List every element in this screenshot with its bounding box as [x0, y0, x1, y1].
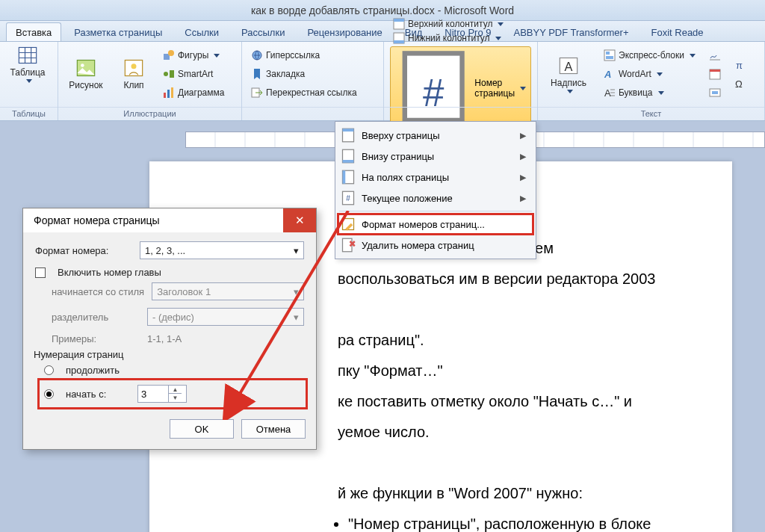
format-select[interactable]: 1, 2, 3, ... ▾: [140, 241, 304, 259]
svg-rect-24: [606, 56, 613, 59]
symbol-button[interactable]: Ω: [731, 75, 749, 92]
cancel-button[interactable]: Отмена: [241, 419, 306, 439]
menu-format[interactable]: Формат номеров страниц...: [338, 214, 533, 235]
object-icon: [709, 87, 721, 99]
tab-mail[interactable]: Рассылки: [232, 22, 294, 41]
page-number-menu: Вверху страницы▶ Внизу страницы▶ На поля…: [335, 121, 536, 259]
menu-current[interactable]: # Текущее положение▶: [338, 188, 533, 208]
menu-bottom[interactable]: Внизу страницы▶: [338, 146, 533, 167]
crossref-button[interactable]: Перекрестная ссылка: [248, 84, 377, 101]
object-button[interactable]: [706, 84, 724, 101]
menu-remove[interactable]: Удалить номера страниц: [338, 235, 533, 256]
page-number-format-dialog: Формат номера страницы ✕ Формат номера: …: [22, 208, 317, 450]
chapter-style-select: Заголовок 1▾: [152, 282, 304, 300]
chart-icon: [163, 87, 175, 99]
hyperlink-button[interactable]: Гиперссылка: [248, 47, 377, 64]
shapes-button[interactable]: Фигуры: [160, 47, 227, 64]
title-bar: как в ворде добавлять страницы.docx - Mi…: [0, 0, 765, 21]
tab-layout[interactable]: Разметка страницы: [64, 22, 172, 41]
ribbon: Таблица Таблицы Рисунок Клип: [0, 42, 765, 121]
include-chapter-checkbox[interactable]: [35, 267, 46, 278]
tab-review[interactable]: Рецензирование: [297, 22, 391, 41]
close-icon: ✕: [295, 214, 305, 227]
table-button[interactable]: Таблица: [6, 45, 49, 83]
svg-point-7: [164, 72, 168, 76]
wordart-button[interactable]: A WordArt: [601, 66, 699, 82]
svg-text:Ω: Ω: [735, 78, 743, 90]
spin-up[interactable]: ▲: [169, 386, 182, 394]
signature-button[interactable]: [706, 47, 724, 64]
chart-button[interactable]: Диаграмма: [160, 84, 227, 101]
footer-icon: [393, 32, 405, 44]
continue-radio[interactable]: [44, 365, 54, 375]
equation-button[interactable]: π: [731, 57, 749, 73]
format-icon: [341, 217, 356, 232]
chevron-down-icon: ▾: [294, 245, 299, 256]
svg-rect-17: [394, 40, 404, 43]
clip-button[interactable]: Клип: [112, 45, 155, 103]
signature-icon: [709, 49, 721, 61]
svg-rect-15: [394, 19, 404, 22]
quickparts-button[interactable]: Экспресс-блоки: [601, 47, 699, 64]
svg-point-4: [131, 64, 137, 69]
ok-button[interactable]: OK: [170, 419, 234, 439]
textbox-button[interactable]: A Надпись: [544, 45, 593, 103]
dropcap-icon: A: [604, 87, 616, 99]
textbox-icon: A: [558, 55, 579, 76]
svg-rect-8: [170, 70, 174, 78]
svg-rect-10: [167, 90, 170, 98]
start-at-radio[interactable]: [44, 389, 54, 399]
omega-icon: Ω: [734, 78, 746, 90]
footer-button[interactable]: Нижний колонтитул: [390, 32, 531, 44]
datetime-button[interactable]: [706, 66, 724, 82]
svg-text:A: A: [565, 60, 573, 73]
tab-insert[interactable]: Вставка: [6, 22, 61, 41]
svg-rect-23: [606, 52, 610, 55]
dialog-title-bar[interactable]: Формат номера страницы ✕: [23, 208, 316, 232]
separator-label: разделитель: [52, 312, 140, 323]
group-tables-label: Таблицы: [0, 107, 58, 119]
group-text-label: Текст: [538, 107, 764, 119]
header-button[interactable]: Верхний колонтитул: [390, 18, 531, 30]
dialog-title: Формат номера страницы: [34, 214, 160, 226]
bookmark-icon: [251, 68, 263, 80]
svg-rect-34: [343, 129, 354, 132]
examples-value: 1-1, 1-A: [147, 333, 182, 344]
include-chapter-label: Включить номер главы: [58, 267, 161, 278]
pi-icon: π: [734, 59, 746, 71]
dropcap-button[interactable]: A Буквица: [601, 84, 699, 101]
menu-margins[interactable]: На полях страницы▶: [338, 167, 533, 188]
smartart-button[interactable]: SmartArt: [160, 66, 227, 82]
examples-label: Примеры:: [52, 333, 140, 344]
chevron-down-icon: [26, 79, 32, 83]
image-icon: [75, 58, 96, 78]
close-button[interactable]: ✕: [283, 208, 316, 232]
svg-rect-0: [19, 48, 36, 64]
ribbon-tabs: Вставка Разметка страницы Ссылки Рассылк…: [0, 21, 765, 42]
shapes-icon: [163, 49, 175, 61]
svg-text:A: A: [604, 69, 611, 80]
svg-rect-30: [712, 91, 718, 94]
spin-down[interactable]: ▼: [169, 394, 182, 402]
tab-refs[interactable]: Ссылки: [175, 22, 229, 41]
start-at-spinner[interactable]: ▲ ▼: [137, 385, 187, 403]
table-icon: [17, 45, 38, 66]
link-icon: [251, 49, 263, 61]
separator-select: - (дефис)▾: [147, 308, 304, 326]
menu-top[interactable]: Вверху страницы▶: [338, 125, 533, 146]
parts-icon: [604, 49, 616, 61]
calendar-icon: [709, 68, 721, 80]
page-side-icon: [341, 170, 356, 185]
continue-label: продолжить: [66, 365, 120, 376]
svg-rect-11: [171, 87, 173, 98]
start-at-label: начать с:: [66, 389, 130, 400]
numbering-section-label: Нумерация страниц: [34, 349, 304, 360]
wordart-icon: A: [604, 68, 616, 80]
page-top-icon: [341, 128, 356, 143]
picture-button[interactable]: Рисунок: [64, 45, 108, 103]
bookmark-button[interactable]: Закладка: [248, 66, 377, 82]
tab-foxit[interactable]: Foxit Reade: [641, 22, 713, 41]
svg-point-2: [81, 64, 84, 67]
chapter-style-label: начинается со стиля: [52, 286, 144, 297]
start-at-input[interactable]: [138, 389, 168, 400]
